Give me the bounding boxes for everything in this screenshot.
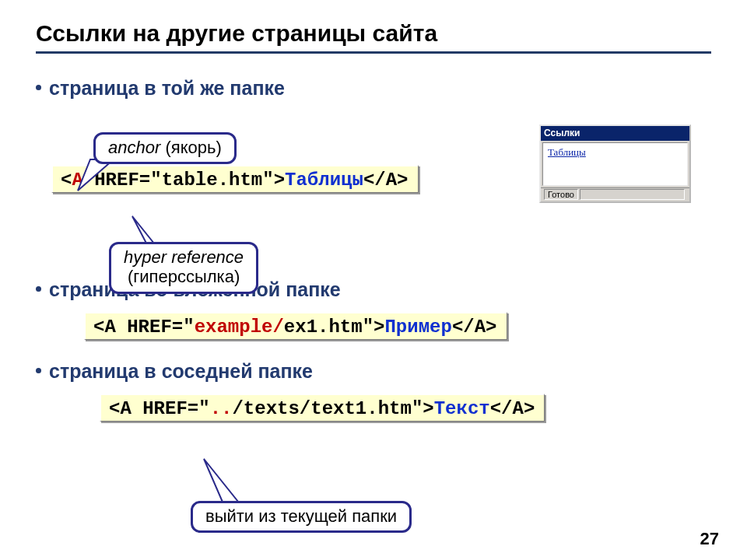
callout-label: anchor — [108, 138, 160, 157]
code-example-2: <A HREF="example/ex1.htm">Пример</A> — [84, 312, 507, 340]
code-text: ex1.htm"> — [284, 317, 385, 338]
code-text: </A> — [452, 317, 497, 338]
code-updir: .. — [210, 398, 233, 419]
code-text: </A> — [363, 170, 409, 191]
code-folder: example/ — [195, 317, 284, 338]
bullet-sibling-folder: страница в соседней папке — [36, 360, 711, 383]
browser-titlebar: Ссылки — [541, 126, 689, 141]
page-number: 27 — [700, 529, 719, 549]
callout-label: hyper reference — [124, 247, 244, 267]
callout-anchor: anchor (якорь) — [93, 132, 237, 164]
browser-statusbar: Готово — [541, 187, 689, 201]
bullet-label: страница в той же папке — [49, 77, 285, 99]
browser-preview: Ссылки Таблицы Готово — [539, 124, 691, 203]
browser-page: Таблицы — [542, 142, 688, 186]
browser-status-spacer — [580, 189, 685, 200]
code-link-text: Таблицы — [285, 170, 363, 191]
browser-status-text: Готово — [544, 189, 578, 200]
bullet-dot-icon — [36, 368, 41, 373]
bullet-label: страница в соседней папке — [49, 360, 313, 382]
code-link-text: Текст — [434, 398, 490, 419]
bullet-dot-icon — [36, 85, 41, 90]
bullet-same-folder: страница в той же папке — [36, 77, 711, 100]
browser-link[interactable]: Таблицы — [548, 146, 586, 158]
callout-href: hyper reference (гиперссылка) — [109, 242, 258, 294]
code-text: <A HREF=" — [109, 398, 210, 419]
callout-updir: выйти из текущей папки — [191, 501, 412, 533]
page-title: Ссылки на другие страницы сайта — [36, 20, 711, 47]
code-text: /texts/text1.htm"> — [232, 398, 433, 419]
title-rule — [36, 51, 711, 54]
bullet-dot-icon — [36, 286, 41, 292]
svg-marker-2 — [204, 459, 241, 506]
code-text: < — [61, 170, 72, 191]
callout-label: выйти из текущей папки — [205, 506, 397, 526]
callout-label: (якорь) — [160, 138, 221, 157]
callout-label: (гиперссылка) — [128, 267, 240, 286]
callout-pointer-icon — [75, 159, 114, 194]
code-text: <A HREF=" — [93, 317, 195, 338]
code-link-text: Пример — [384, 317, 451, 338]
code-text: </A> — [490, 398, 535, 419]
code-example-3: <A HREF="../texts/text1.htm">Текст</A> — [100, 394, 545, 422]
